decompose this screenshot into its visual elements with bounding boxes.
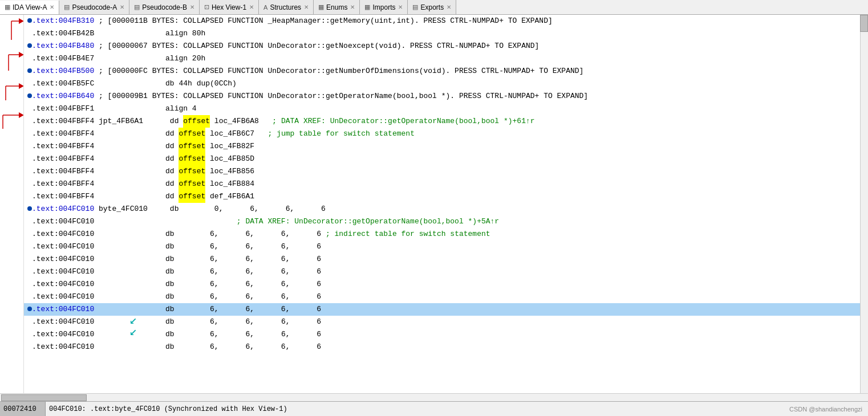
tab-bar: ▦ IDA View-A ✕ ▤ Pseudocode-A ✕ ▤ Pseudo…: [0, 0, 868, 15]
code-line[interactable]: .text:004FC010 db 6, 6, 6, 6: [24, 278, 868, 291]
nodot-17: [26, 215, 32, 228]
addr-11: .text:004FBFF4: [32, 140, 94, 153]
asm-7: ; [000009B1 BYTES: COLLAPSED FUNCTION Un…: [94, 90, 588, 103]
asm-26b: db 6, 6, 6, 6: [94, 328, 321, 341]
tab-ida-view-a[interactable]: ▦ IDA View-A ✕: [0, 1, 59, 15]
nodot-21: [26, 266, 32, 278]
code-line-highlighted[interactable]: .text:004FC010 db 6, 6, 6, 6: [24, 303, 868, 316]
tab-icon-psb: ▤: [134, 3, 140, 11]
code-line[interactable]: .text:004FBFF4 dd offset loc_4FB884: [24, 178, 868, 190]
tab-exports[interactable]: ▤ Exports ✕: [408, 0, 456, 14]
asm-14a: dd: [94, 178, 179, 190]
tab-label-hex: Hex View-1: [212, 3, 246, 11]
tab-enums[interactable]: ▦ Enums ✕: [314, 0, 360, 14]
tab-close-imports[interactable]: ✕: [398, 4, 403, 10]
tab-label-ida: IDA View-A: [13, 3, 47, 11]
nodot-18: [26, 228, 32, 240]
code-line[interactable]: .text:004FBFF4 dd offset loc_4FB6C7 ; ju…: [24, 128, 868, 140]
addr-7: .text:004FB640: [32, 90, 94, 103]
vertical-scrollbar[interactable]: [860, 15, 868, 393]
tab-pseudocode-a[interactable]: ▤ Pseudocode-A ✕: [59, 0, 129, 14]
tab-label-imports: Imports: [372, 3, 395, 11]
code-line[interactable]: .text:004FB5FC db 44h dup(0CCh): [24, 78, 868, 90]
tab-label-exports: Exports: [420, 3, 444, 11]
code-line[interactable]: .text:004 ↙ FC010 db 6, 6, 6, 6: [24, 328, 868, 341]
horizontal-scrollbar[interactable]: [0, 393, 868, 401]
asm-13a: dd: [94, 165, 179, 178]
scrollbar-h-thumb[interactable]: [1, 394, 87, 401]
code-line[interactable]: .text:004FC010 db 6, 6, 6, 6 ; indirect …: [24, 228, 868, 240]
tab-structures[interactable]: A Structures ✕: [259, 0, 314, 14]
tab-close-hex[interactable]: ✕: [249, 4, 254, 10]
tab-imports[interactable]: ▦ Imports ✕: [360, 0, 408, 14]
code-line[interactable]: .text:004FC010 db 6, 6, 6, 6: [24, 240, 868, 253]
nodot-25: [26, 316, 32, 328]
asm-10a: dd: [94, 128, 179, 140]
code-line[interactable]: .text:004FC010 db 6, 6, 6, 6: [24, 341, 868, 353]
nodot-22: [26, 278, 32, 291]
code-line[interactable]: .text:004FB480 ; [00000067 BYTES: COLLAP…: [24, 40, 868, 52]
tab-icon-enums: ▦: [318, 3, 324, 11]
tab-close-psb[interactable]: ✕: [190, 4, 194, 10]
tab-icon-struct: A: [263, 4, 267, 11]
asm-10b: loc_4FB6C7: [205, 128, 267, 140]
addr-16: .text:004FC010: [32, 203, 94, 215]
code-line[interactable]: .text:004FBFF4 jpt_4FB6A1 dd offset loc_…: [24, 115, 868, 128]
comment-10: ; jump table for switch statement: [267, 128, 414, 140]
tab-label-enums: Enums: [326, 3, 347, 11]
offset-keyword-11: offset: [179, 140, 205, 153]
label-9: jpt_4FB6A1 dd: [94, 115, 183, 128]
tab-close-ida[interactable]: ✕: [50, 4, 54, 10]
tab-hex-view-1[interactable]: ⊡ Hex View-1 ✕: [200, 0, 259, 14]
tab-close-enums[interactable]: ✕: [350, 4, 355, 10]
tab-icon-imports: ▦: [364, 3, 370, 11]
asm-20: db 6, 6, 6, 6: [94, 253, 321, 266]
code-line[interactable]: .text:004FBFF4 dd offset def_4FB6A1: [24, 190, 868, 203]
asm-27: db 6, 6, 6, 6: [94, 341, 321, 353]
code-line[interactable]: .text:004FC010 db 6, 6, 6, 6: [24, 291, 868, 303]
asm-15a: dd: [94, 190, 179, 203]
code-line[interactable]: .text:004FC010 byte_4FC010 db 0, 6, 6, 6: [24, 203, 868, 215]
addr-20: .text:004FC010: [32, 253, 94, 266]
code-line[interactable]: .text:004FB640 ; [000009B1 BYTES: COLLAP…: [24, 90, 868, 103]
tab-label-psb: Pseudocode-B: [142, 3, 187, 11]
tree-arrows-svg: [0, 15, 24, 391]
code-lines[interactable]: .text:004FB310 ; [0000011B BYTES: COLLAP…: [24, 15, 868, 393]
tab-close-struct[interactable]: ✕: [304, 4, 309, 10]
comment-9: ; DATA XREF: UnDecorator::getOperatorNam…: [272, 115, 534, 128]
code-line[interactable]: .text:004FB42B align 80h: [24, 27, 868, 40]
svg-marker-5: [19, 52, 24, 58]
nodot-23: [26, 291, 32, 303]
offset-value: 00072410: [3, 405, 36, 413]
code-line[interactable]: .text:004FB4E7 align 20h: [24, 52, 868, 65]
code-line[interactable]: .text:004FBFF1 align 4: [24, 103, 868, 115]
code-line[interactable]: .text:004FBFF4 dd offset loc_4FB85D: [24, 153, 868, 165]
addr-25: .text:004: [32, 316, 72, 328]
asm-11b: loc_4FB82F: [205, 140, 254, 153]
code-line[interactable]: .text:004FBFF4 dd offset loc_4FB82F: [24, 140, 868, 153]
addr-3: .text:004FB480: [32, 40, 94, 52]
tab-close-psa[interactable]: ✕: [120, 4, 124, 10]
code-line[interactable]: .text:004FB310 ; [0000011B BYTES: COLLAP…: [24, 15, 868, 27]
asm-21: db 6, 6, 6, 6: [94, 266, 321, 278]
asm-2: align 80h: [94, 27, 205, 40]
code-line[interactable]: .text:004FBFF4 dd offset loc_4FB856: [24, 165, 868, 178]
tab-icon-hex: ⊡: [204, 3, 209, 11]
asm-3: ; [00000067 BYTES: COLLAPSED FUNCTION Un…: [94, 40, 539, 52]
tab-pseudocode-b[interactable]: ▤ Pseudocode-B ✕: [129, 0, 200, 14]
status-message: 004FC010: .text:byte_4FC010 (Synchronize…: [49, 405, 287, 413]
addr-13: .text:004FBFF4: [32, 165, 94, 178]
addr-6: .text:004FB5FC: [32, 78, 94, 90]
asm-22: db 6, 6, 6, 6: [94, 278, 321, 291]
asm-12b: loc_4FB85D: [205, 153, 254, 165]
code-line[interactable]: .text:004FB500 ; [000000FC BYTES: COLLAP…: [24, 65, 868, 78]
code-line[interactable]: .text:004 ↙ FC010 db 6, 6, 6, 6: [24, 316, 868, 328]
code-line[interactable]: .text:004FC010 db 6, 6, 6, 6: [24, 253, 868, 266]
tab-close-exports[interactable]: ✕: [447, 4, 451, 10]
scrollbar-thumb[interactable]: [860, 15, 868, 32]
comment-18: ; indirect table for switch statement: [326, 228, 490, 240]
code-line[interactable]: .text:004FC010 ; DATA XREF: UnDecorator:…: [24, 215, 868, 228]
code-line[interactable]: .text:004FC010 db 6, 6, 6, 6: [24, 266, 868, 278]
addr-4: .text:004FB4E7: [32, 52, 94, 65]
label-16: byte_4FC010 db 0, 6, 6, 6: [94, 203, 326, 215]
